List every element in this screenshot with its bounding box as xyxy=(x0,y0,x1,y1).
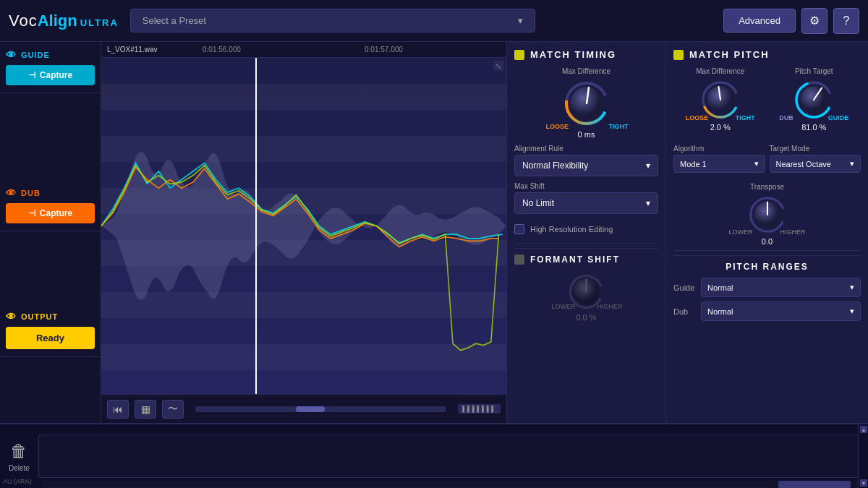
target-mode-chevron-icon: ▾ xyxy=(850,159,854,168)
formant-shift-title: FORMANT SHIFT xyxy=(530,254,620,265)
guide-pitch-range-label: Guide xyxy=(673,283,697,292)
output-label: 👁 OUTPUT xyxy=(6,311,95,322)
advanced-button[interactable]: Advanced xyxy=(723,9,796,33)
algorithm-dropdown[interactable]: Mode 1 ▾ xyxy=(673,155,765,173)
scroll-up-arrow[interactable]: ▴ xyxy=(860,426,867,433)
waveform-toggle-button[interactable]: 〜 xyxy=(162,400,184,419)
target-mode-value: Nearest Octave xyxy=(776,160,831,168)
waveform-toolbar: ⏮ ▦ 〜 ▌▌▌▌▌▌▌ xyxy=(101,394,506,423)
zoom-controls: ▌▌▌▌▌▌▌ xyxy=(458,404,501,414)
target-mode-label: Target Mode xyxy=(770,145,861,153)
algorithm-value: Mode 1 xyxy=(680,160,707,168)
dub-eye-icon[interactable]: 👁 xyxy=(6,187,17,199)
guide-capture-button[interactable]: ⊣ Capture xyxy=(6,65,95,85)
pitch-max-diff-knob[interactable] xyxy=(699,78,742,121)
match-timing-header: MATCH TIMING xyxy=(514,49,658,60)
logo-ultra: ULTRA xyxy=(80,17,119,28)
dub-pitch-range-row: Dub Normal ▾ xyxy=(673,301,861,321)
alignment-rule-value: Normal Flexibility xyxy=(522,160,588,171)
pitch-ranges-section: PITCH RANGES Guide Normal ▾ Dub Normal ▾ xyxy=(673,255,861,321)
max-difference-label: Max Difference xyxy=(514,67,658,75)
formant-value: 0.0 % xyxy=(550,313,623,322)
bottom-area: ▴ ▾ 🗑 Delete AU (ARA) xyxy=(0,423,868,488)
pitch-max-diff-value: 2.0 % xyxy=(684,123,757,132)
dub-capture-button[interactable]: ⊣ Capture xyxy=(6,203,95,223)
capture-in-icon-dub: ⊣ xyxy=(28,208,35,218)
help-button[interactable]: ? xyxy=(833,8,859,34)
main-area: 👁 GUIDE ⊣ Capture 👁 DUB ⊣ Capture 👁 OUT xyxy=(0,42,868,423)
pitch-max-diff-label: Max Difference xyxy=(684,67,757,75)
output-eye-icon[interactable]: 👁 xyxy=(6,311,17,322)
guide-pitch-chevron-icon: ▾ xyxy=(850,283,854,292)
header-right: Advanced ⚙ ? xyxy=(723,8,859,34)
skip-back-icon: ⏮ xyxy=(113,403,123,415)
max-difference-knob[interactable] xyxy=(561,78,612,129)
alignment-chevron-icon: ▾ xyxy=(646,160,650,171)
pitch-target-knob[interactable] xyxy=(792,78,835,121)
alignment-rule-label: Alignment Rule xyxy=(514,145,658,153)
target-mode-dropdown[interactable]: Nearest Octave ▾ xyxy=(770,155,861,173)
resize-handle[interactable]: ⤡ xyxy=(493,61,503,71)
transpose-label: Transpose xyxy=(673,183,861,191)
settings-button[interactable]: ⚙ xyxy=(801,8,827,34)
guide-pitch-range-dropdown[interactable]: Normal ▾ xyxy=(701,278,861,297)
knob-tight-label: TIGHT xyxy=(609,123,629,130)
right-panels: MATCH TIMING Max Difference LOOSE TIGHT xyxy=(506,42,868,423)
high-res-label: High Resolution Editing xyxy=(530,225,613,234)
transpose-section: Transpose LOWER HIGHER xyxy=(673,183,861,246)
dub-section: 👁 DUB ⊣ Capture xyxy=(0,180,101,231)
pitch-target-dub: DUB xyxy=(779,114,793,121)
zoom-indicator: ▌▌▌▌▌▌▌ xyxy=(462,406,496,412)
timeline-marker-right: 0:01:57.000 xyxy=(365,46,403,53)
guide-eye-icon[interactable]: 👁 xyxy=(6,49,17,61)
preset-select[interactable]: Select a Preset ▾ xyxy=(130,9,535,33)
gear-icon: ⚙ xyxy=(809,14,820,27)
max-shift-dropdown[interactable]: No Limit ▾ xyxy=(514,192,658,214)
match-pitch-indicator xyxy=(673,50,684,60)
delete-button[interactable]: 🗑 Delete xyxy=(9,441,30,472)
formant-indicator xyxy=(514,254,524,265)
waveform-svg xyxy=(101,58,506,394)
transpose-knob[interactable] xyxy=(746,194,788,236)
match-pitch-panel: MATCH PITCH Max Difference LOOSE TIGHT xyxy=(666,42,868,423)
pitch-ranges-title: PITCH RANGES xyxy=(673,262,861,272)
match-timing-panel: MATCH TIMING Max Difference LOOSE TIGHT xyxy=(507,42,666,423)
bottom-scrollbar-thumb[interactable] xyxy=(778,481,851,488)
pitch-knob-row: Max Difference LOOSE TIGHT xyxy=(673,67,861,137)
formant-knob[interactable] xyxy=(566,272,606,312)
bars-button[interactable]: ▦ xyxy=(135,400,156,419)
bottom-track-area xyxy=(38,435,859,478)
max-shift-chevron-icon: ▾ xyxy=(646,198,650,208)
scrollbar-thumb[interactable] xyxy=(296,406,325,412)
alignment-rule-dropdown[interactable]: Normal Flexibility ▾ xyxy=(514,155,658,176)
bars-icon: ▦ xyxy=(141,403,150,415)
question-icon: ? xyxy=(843,14,850,27)
dub-pitch-range-dropdown[interactable]: Normal ▾ xyxy=(701,301,861,321)
timeline-marker-left: 0:01:56.000 xyxy=(203,46,241,53)
dub-pitch-chevron-icon: ▾ xyxy=(850,307,854,316)
logo-voc: Voc xyxy=(9,12,38,30)
zoom-slider[interactable]: ▌▌▌▌▌▌▌ xyxy=(458,404,501,414)
au-label: AU (ARA) xyxy=(3,478,32,485)
sidebar: 👁 GUIDE ⊣ Capture 👁 DUB ⊣ Capture 👁 OUT xyxy=(0,42,101,423)
match-pitch-title: MATCH PITCH xyxy=(689,49,770,60)
algorithm-section: Algorithm Mode 1 ▾ xyxy=(673,140,765,179)
waveform-canvas[interactable]: ⤡ xyxy=(101,58,506,394)
horizontal-scrollbar[interactable] xyxy=(195,406,446,412)
pitch-target-value: 81.0 % xyxy=(778,123,850,132)
scroll-down-arrow[interactable]: ▾ xyxy=(860,479,867,487)
wave-icon: 〜 xyxy=(168,403,178,416)
vertical-scrollbar-right[interactable]: ▴ ▾ xyxy=(858,424,868,488)
high-res-row[interactable]: High Resolution Editing xyxy=(514,220,658,239)
preset-placeholder: Select a Preset xyxy=(142,15,206,26)
skip-back-button[interactable]: ⏮ xyxy=(107,400,129,419)
waveform-area[interactable]: 0:01:56.000 0:01:57.000 L_VOX#11.wav xyxy=(101,42,506,423)
dub-label: 👁 DUB xyxy=(6,187,95,199)
formant-shift-section: FORMANT SHIFT LOWER HIGHER xyxy=(514,248,658,322)
max-shift-section: Max Shift No Limit ▾ xyxy=(514,182,658,214)
capture-in-icon: ⊣ xyxy=(28,70,35,80)
max-shift-value: No Limit xyxy=(522,198,554,208)
high-res-checkbox[interactable] xyxy=(514,224,524,234)
timeline: 0:01:56.000 0:01:57.000 L_VOX#11.wav xyxy=(101,42,506,58)
bottom-scrollbar[interactable] xyxy=(43,481,858,488)
